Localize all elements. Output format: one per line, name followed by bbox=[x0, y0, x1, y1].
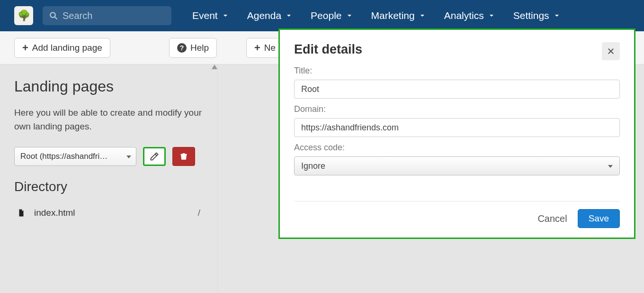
access-code-label: Access code: bbox=[294, 143, 620, 153]
help-icon: ? bbox=[177, 43, 187, 53]
svg-line-1 bbox=[54, 17, 57, 19]
plus-icon: + bbox=[22, 42, 28, 54]
chevron-down-icon bbox=[346, 12, 353, 19]
trash-icon bbox=[179, 152, 188, 161]
app-logo[interactable]: 🌳 bbox=[14, 6, 33, 25]
page-title: Landing pages bbox=[14, 78, 203, 95]
chevron-down-icon bbox=[553, 12, 561, 19]
save-button[interactable]: Save bbox=[578, 209, 620, 228]
landing-page-controls: Root (https://ashandfri… bbox=[14, 147, 203, 166]
domain-input[interactable] bbox=[294, 118, 620, 137]
close-button[interactable] bbox=[602, 42, 620, 60]
chevron-down-icon bbox=[222, 12, 229, 19]
nav-marketing[interactable]: Marketing bbox=[371, 10, 426, 21]
add-landing-page-button[interactable]: + Add landing page bbox=[14, 38, 110, 58]
search-box[interactable] bbox=[43, 6, 171, 25]
chevron-down-icon bbox=[419, 12, 426, 19]
cancel-button[interactable]: Cancel bbox=[537, 213, 567, 224]
edit-button[interactable] bbox=[143, 147, 166, 166]
chevron-down-icon bbox=[285, 12, 293, 19]
landing-page-select[interactable]: Root (https://ashandfri… bbox=[14, 147, 136, 166]
directory-title: Directory bbox=[14, 179, 203, 194]
nav-menu: Event Agenda People Marketing Analytics … bbox=[192, 10, 561, 21]
access-code-select[interactable]: Ignore bbox=[294, 156, 620, 175]
close-icon bbox=[607, 47, 615, 55]
page-description: Here you will be able to create and modi… bbox=[14, 106, 203, 134]
search-icon bbox=[49, 11, 58, 20]
nav-people[interactable]: People bbox=[311, 10, 353, 21]
divider bbox=[294, 201, 620, 201]
modal-title: Edit details bbox=[294, 42, 362, 57]
title-label: Title: bbox=[294, 66, 620, 76]
top-nav: 🌳 Event Agenda People Marketing Analytic… bbox=[0, 0, 644, 31]
nav-agenda[interactable]: Agenda bbox=[247, 10, 293, 21]
plus-icon: + bbox=[254, 42, 260, 54]
help-label: Help bbox=[190, 43, 209, 53]
search-input[interactable] bbox=[63, 10, 165, 21]
edit-details-modal: Edit details Title: Domain: Access code:… bbox=[278, 28, 635, 239]
file-path: / bbox=[198, 208, 200, 218]
domain-label: Domain: bbox=[294, 104, 620, 114]
file-name: index.html bbox=[34, 208, 75, 218]
new-label: Ne bbox=[264, 43, 276, 53]
nav-event[interactable]: Event bbox=[192, 10, 229, 21]
help-button[interactable]: ? Help bbox=[169, 38, 217, 58]
left-panel: Landing pages Here you will be able to c… bbox=[0, 64, 218, 293]
nav-analytics[interactable]: Analytics bbox=[444, 10, 495, 21]
delete-button[interactable] bbox=[172, 147, 195, 166]
svg-point-0 bbox=[50, 12, 55, 18]
edit-icon bbox=[150, 152, 159, 161]
nav-settings[interactable]: Settings bbox=[513, 10, 561, 21]
file-icon bbox=[17, 208, 26, 218]
add-landing-page-label: Add landing page bbox=[32, 43, 102, 53]
scroll-up-icon[interactable] bbox=[213, 64, 217, 72]
file-row[interactable]: index.html / bbox=[14, 203, 203, 223]
title-input[interactable] bbox=[294, 80, 620, 99]
chevron-down-icon bbox=[488, 12, 495, 19]
